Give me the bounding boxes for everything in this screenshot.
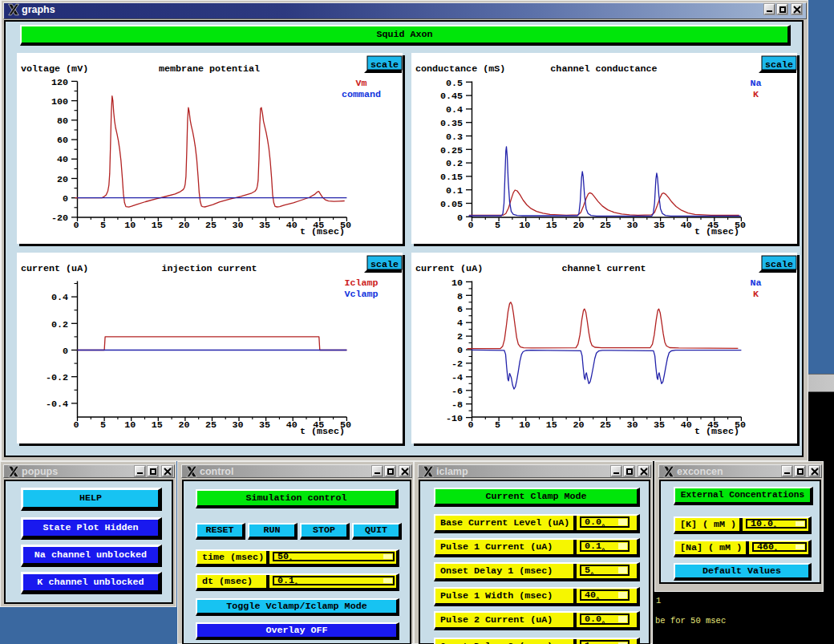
svg-text:20: 20: [178, 220, 189, 231]
svg-text:0: 0: [457, 345, 463, 356]
svg-text:Iclamp: Iclamp: [344, 277, 378, 289]
svg-text:0: 0: [468, 419, 473, 431]
svg-text:20: 20: [573, 220, 584, 231]
svg-text:channel current: channel current: [561, 263, 646, 274]
svg-text:25: 25: [600, 419, 611, 431]
svg-text:5: 5: [100, 220, 106, 231]
svg-text:0.05: 0.05: [440, 199, 463, 210]
svg-text:30: 30: [626, 419, 638, 431]
svg-text:40: 40: [681, 419, 692, 431]
svg-text:40: 40: [57, 154, 68, 165]
svg-text:command: command: [342, 89, 381, 100]
svg-text:10: 10: [124, 220, 136, 231]
svg-text:35: 35: [654, 419, 665, 431]
svg-text:40: 40: [286, 419, 298, 431]
svg-text:0.2: 0.2: [51, 319, 68, 330]
svg-text:0.3: 0.3: [446, 132, 463, 143]
svg-text:25: 25: [205, 419, 217, 431]
svg-text:scale: scale: [765, 259, 793, 270]
svg-text:t (msec): t (msec): [300, 426, 345, 437]
svg-text:t (msec): t (msec): [694, 226, 739, 237]
svg-text:35: 35: [259, 220, 270, 231]
svg-text:-0.4: -0.4: [46, 399, 68, 410]
svg-text:channel conductance: channel conductance: [550, 63, 657, 75]
svg-text:0.4: 0.4: [446, 104, 463, 115]
svg-text:0.4: 0.4: [51, 292, 68, 303]
svg-text:5: 5: [495, 220, 500, 231]
svg-text:0: 0: [73, 220, 79, 231]
svg-text:25: 25: [205, 220, 217, 231]
svg-text:0.1: 0.1: [446, 185, 463, 196]
svg-text:5: 5: [495, 419, 500, 431]
svg-text:30: 30: [232, 419, 243, 431]
svg-text:25: 25: [600, 220, 611, 231]
svg-text:30: 30: [626, 220, 638, 231]
svg-text:Na: Na: [750, 277, 761, 289]
svg-text:5: 5: [100, 419, 106, 431]
svg-text:current (uA): current (uA): [21, 263, 88, 274]
svg-text:-4: -4: [451, 372, 463, 383]
svg-text:t (msec): t (msec): [300, 226, 345, 237]
svg-text:-8: -8: [451, 399, 463, 411]
svg-text:t (msec): t (msec): [694, 426, 739, 437]
svg-text:8: 8: [457, 291, 463, 302]
svg-text:-20: -20: [51, 213, 68, 224]
svg-text:15: 15: [546, 220, 557, 231]
svg-text:voltage (mV): voltage (mV): [21, 63, 88, 75]
svg-text:2: 2: [457, 331, 463, 342]
svg-text:10: 10: [519, 419, 530, 431]
svg-text:K: K: [753, 289, 759, 300]
svg-text:80: 80: [57, 115, 68, 127]
svg-text:10: 10: [451, 277, 463, 289]
svg-text:0: 0: [63, 193, 68, 205]
svg-text:40: 40: [681, 220, 692, 231]
svg-text:0: 0: [468, 220, 473, 231]
svg-text:15: 15: [152, 220, 163, 231]
svg-text:0.15: 0.15: [440, 172, 463, 183]
svg-text:0.35: 0.35: [440, 118, 463, 129]
svg-text:-2: -2: [451, 358, 463, 370]
svg-text:40: 40: [286, 220, 298, 231]
svg-text:0: 0: [457, 213, 463, 224]
svg-text:4: 4: [457, 318, 463, 329]
svg-text:conductance (mS): conductance (mS): [415, 63, 505, 75]
svg-text:0.2: 0.2: [446, 158, 463, 169]
svg-text:current (uA): current (uA): [415, 263, 483, 274]
svg-text:0.5: 0.5: [446, 78, 463, 89]
svg-text:scale: scale: [765, 59, 793, 71]
svg-text:K: K: [753, 89, 759, 100]
svg-text:30: 30: [232, 220, 243, 231]
svg-text:10: 10: [519, 220, 530, 231]
svg-text:15: 15: [152, 419, 163, 431]
svg-text:-6: -6: [451, 386, 463, 397]
svg-text:-10: -10: [446, 413, 463, 424]
svg-text:10: 10: [124, 419, 136, 431]
svg-text:Vclamp: Vclamp: [344, 289, 378, 300]
svg-text:15: 15: [546, 419, 557, 431]
svg-text:0: 0: [63, 346, 68, 357]
svg-text:-0.2: -0.2: [46, 372, 68, 383]
svg-text:20: 20: [573, 419, 584, 431]
svg-text:20: 20: [57, 174, 68, 185]
svg-text:injection current: injection current: [161, 263, 257, 274]
svg-text:60: 60: [57, 135, 68, 146]
svg-text:scale: scale: [370, 259, 399, 270]
svg-text:Na: Na: [750, 78, 761, 89]
svg-text:100: 100: [51, 96, 68, 107]
svg-text:35: 35: [654, 220, 665, 231]
svg-text:20: 20: [178, 419, 189, 431]
svg-text:0: 0: [73, 419, 79, 431]
svg-text:120: 120: [51, 77, 68, 88]
svg-text:0.45: 0.45: [440, 91, 463, 102]
svg-text:membrane potential: membrane potential: [159, 63, 260, 75]
svg-text:Vm: Vm: [355, 78, 366, 89]
svg-text:35: 35: [259, 419, 270, 431]
svg-text:0.25: 0.25: [440, 145, 463, 156]
svg-text:scale: scale: [370, 59, 399, 71]
svg-text:6: 6: [457, 304, 463, 315]
